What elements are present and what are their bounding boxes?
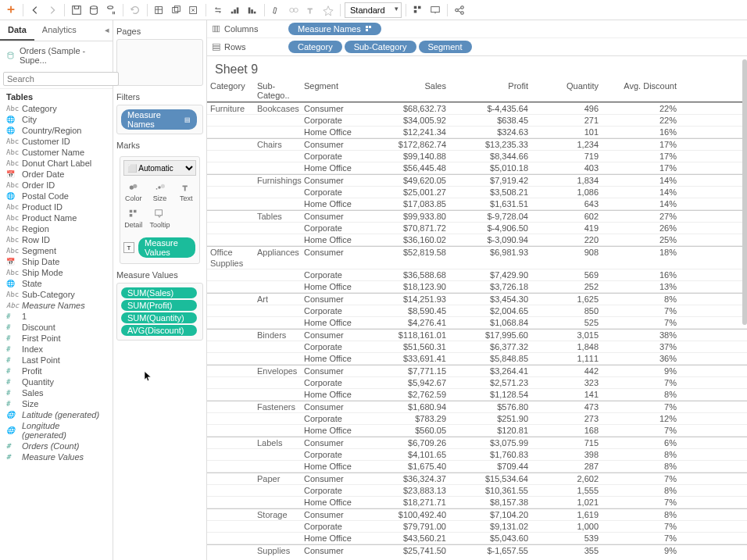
tableau-logo-icon[interactable] — [3, 2, 19, 18]
field-country-region[interactable]: 🌐Country/Region — [0, 125, 113, 136]
clear-icon[interactable] — [186, 2, 202, 18]
field-customer-name[interactable]: AbcCustomer Name — [0, 147, 113, 158]
filter-pill-measure-names[interactable]: Measure Names▤ — [121, 109, 197, 130]
field-discount[interactable]: #Discount — [0, 322, 113, 333]
row-pill[interactable]: Segment — [419, 41, 472, 53]
back-icon[interactable] — [27, 2, 43, 18]
field-profit[interactable]: #Profit — [0, 366, 113, 376]
field-region[interactable]: AbcRegion — [0, 223, 113, 234]
field-row-id[interactable]: AbcRow ID — [0, 234, 113, 245]
forward-icon[interactable] — [45, 2, 60, 18]
field-measure-values[interactable]: #Measure Values — [0, 451, 113, 462]
table-row[interactable]: Home Office$33,691.41$5,848.851,11136% — [207, 353, 747, 365]
field-last-point[interactable]: #Last Point — [0, 355, 113, 366]
search-input[interactable] — [3, 72, 119, 86]
field-product-id[interactable]: AbcProduct ID — [0, 202, 113, 212]
mv-pill[interactable]: SUM(Quantity) — [121, 312, 197, 323]
group-icon[interactable] — [286, 2, 302, 18]
pages-shelf[interactable] — [116, 39, 203, 86]
table-row[interactable]: Office SuppliesAppliancesConsumer$52,819… — [207, 246, 747, 269]
pause-icon[interactable] — [103, 2, 119, 18]
marks-tooltip[interactable]: Tooltip — [147, 205, 173, 232]
duplicate-icon[interactable] — [169, 2, 184, 18]
table-row[interactable]: FurnitureBookcasesConsumer$68,632.73$-4,… — [207, 102, 747, 115]
mv-pill[interactable]: SUM(Profit) — [121, 300, 197, 311]
table-row[interactable]: Corporate$34,005.92$638.4527122% — [207, 115, 747, 127]
table-row[interactable]: Home Office$36,160.02$-3,090.9422025% — [207, 234, 747, 246]
highlight-icon[interactable] — [269, 2, 284, 18]
field-measure-names[interactable]: AbcMeasure Names — [0, 300, 113, 311]
datasource-item[interactable]: Orders (Sample - Supe... — [0, 41, 113, 70]
table-row[interactable]: FurnishingsConsumer$49,620.05$7,919.421,… — [207, 174, 747, 187]
table-row[interactable]: Corporate$783.29$251.9027312% — [207, 413, 747, 425]
table-row[interactable]: StorageConsumer$100,492.40$7,104.201,619… — [207, 508, 747, 521]
table-row[interactable]: Home Office$2,762.59$1,128.541418% — [207, 389, 747, 401]
field-product-name[interactable]: AbcProduct Name — [0, 212, 113, 223]
table-row[interactable]: Corporate$51,560.31$6,377.321,84837% — [207, 341, 747, 353]
field-state[interactable]: 🌐State — [0, 278, 113, 289]
save-icon[interactable] — [69, 2, 84, 18]
field-order-id[interactable]: AbcOrder ID — [0, 180, 113, 191]
field-quantity[interactable]: #Quantity — [0, 376, 113, 387]
table-row[interactable]: FastenersConsumer$1,680.94$576.804737% — [207, 401, 747, 413]
table-row[interactable]: Home Office$17,083.85$1,631.5164314% — [207, 198, 747, 210]
presentation-icon[interactable] — [427, 2, 443, 18]
table-row[interactable]: Home Office$12,241.34$324.6310116% — [207, 127, 747, 138]
field-longitude-generated-[interactable]: 🌐Longitude (generated) — [0, 420, 113, 441]
field-latitude-generated-[interactable]: 🌐Latitude (generated) — [0, 409, 113, 420]
mv-pill[interactable]: AVG(Discount) — [121, 325, 197, 336]
table-row[interactable]: Corporate$4,101.65$1,760.833988% — [207, 449, 747, 461]
table-row[interactable]: BindersConsumer$118,161.01$17,995.603,01… — [207, 329, 747, 341]
field-size[interactable]: #Size — [0, 398, 113, 409]
filters-shelf[interactable]: Measure Names▤ — [116, 105, 203, 134]
sheet-title[interactable]: Sheet 9 — [207, 56, 747, 80]
table-row[interactable]: Corporate$79,791.00$9,131.021,0007% — [207, 521, 747, 533]
table-row[interactable]: PaperConsumer$36,324.37$15,534.642,6027% — [207, 473, 747, 485]
table-row[interactable]: Home Office$18,123.90$3,726.1825213% — [207, 281, 747, 293]
analytics-tab[interactable]: Analytics — [34, 20, 84, 41]
table-row[interactable]: SuppliesConsumer$25,741.50$-1,657.553559… — [207, 544, 747, 555]
field-city[interactable]: 🌐City — [0, 114, 113, 125]
share-icon[interactable] — [452, 2, 467, 18]
column-pill[interactable]: Measure Names — [288, 23, 381, 35]
swap-icon[interactable] — [210, 2, 226, 18]
field-first-point[interactable]: #First Point — [0, 333, 113, 344]
new-data-icon[interactable] — [86, 2, 102, 18]
marks-type-select[interactable]: ⬜ Automatic — [123, 160, 196, 176]
field-customer-id[interactable]: AbcCustomer ID — [0, 136, 113, 147]
field-donut-chart-label[interactable]: AbcDonut Chart Label — [0, 158, 113, 169]
field-orders-count-[interactable]: #Orders (Count) — [0, 441, 113, 451]
table-row[interactable]: LabelsConsumer$6,709.26$3,075.997156% — [207, 437, 747, 449]
columns-shelf[interactable]: Measure Names — [288, 23, 742, 35]
rows-shelf[interactable]: CategorySub-CategorySegment — [288, 41, 742, 53]
marks-text[interactable]: TText — [173, 179, 199, 205]
table-row[interactable]: Corporate$23,883.13$10,361.551,5558% — [207, 485, 747, 497]
table-row[interactable]: ArtConsumer$14,251.93$3,454.301,6258% — [207, 293, 747, 305]
table-row[interactable]: Home Office$1,675.40$709.442878% — [207, 461, 747, 473]
table-row[interactable]: EnvelopesConsumer$7,771.15$3,264.414429% — [207, 365, 747, 377]
field-ship-date[interactable]: 📅Ship Date — [0, 256, 113, 267]
collapse-icon[interactable]: ◂ — [102, 20, 113, 41]
table-row[interactable]: Home Office$4,276.41$1,068.845257% — [207, 317, 747, 329]
field-postal-code[interactable]: 🌐Postal Code — [0, 191, 113, 202]
table-row[interactable]: Corporate$70,871.72$-4,906.5041926% — [207, 223, 747, 234]
field-1[interactable]: #1 — [0, 311, 113, 322]
new-worksheet-icon[interactable] — [152, 2, 167, 18]
row-pill[interactable]: Category — [288, 41, 342, 53]
marks-size[interactable]: Size — [147, 179, 173, 205]
sort-desc-icon[interactable] — [245, 2, 260, 18]
table-row[interactable]: Home Office$560.05$120.811687% — [207, 425, 747, 437]
marks-detail[interactable]: Detail — [120, 205, 147, 232]
undo-icon[interactable] — [127, 2, 143, 18]
field-ship-mode[interactable]: AbcShip Mode — [0, 267, 113, 278]
table-row[interactable]: Corporate$25,001.27$3,508.211,08614% — [207, 187, 747, 198]
table-row[interactable]: Home Office$18,271.71$8,157.381,0217% — [207, 497, 747, 508]
data-tab[interactable]: Data — [0, 20, 34, 41]
field-order-date[interactable]: 📅Order Date — [0, 169, 113, 180]
table-row[interactable]: Corporate$5,942.67$2,571.233237% — [207, 377, 747, 389]
show-me-icon[interactable] — [410, 2, 426, 18]
table-row[interactable]: Home Office$56,445.48$5,010.1840317% — [207, 162, 747, 174]
table-row[interactable]: Corporate$36,588.68$7,429.9056916% — [207, 269, 747, 281]
table-row[interactable]: Corporate$8,590.45$2,004.658507% — [207, 305, 747, 317]
field-segment[interactable]: AbcSegment — [0, 245, 113, 256]
